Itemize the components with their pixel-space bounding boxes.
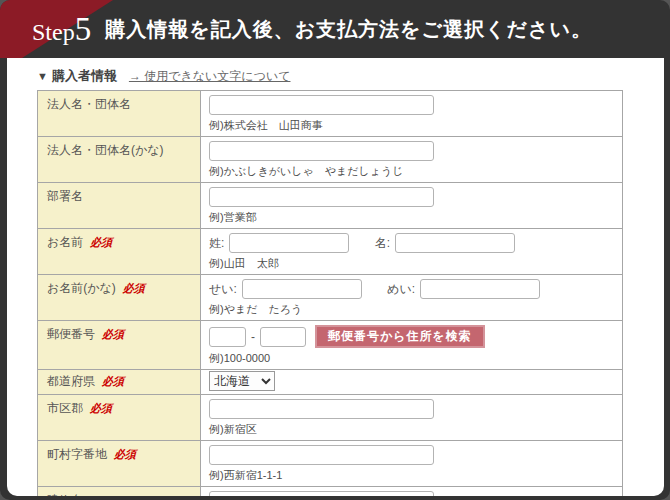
field-label: 市区郡: [47, 401, 83, 415]
field-example: 例)西新宿1-1-1: [209, 468, 614, 483]
form-row-street: 町村字番地必須 例)西新宿1-1-1: [38, 441, 623, 487]
field-input-cell: 例)西新宿マンション204: [201, 487, 623, 497]
field-label-cell: 法人名・団体名: [38, 91, 201, 137]
step-header: Step5 購入情報を記入後、お支払方法をご選択ください。: [0, 0, 670, 58]
page-title: 購入情報を記入後、お支払方法をご選択ください。: [105, 16, 592, 43]
form-row-department: 部署名 例)営業部: [38, 183, 623, 229]
first-name-label: 名:: [375, 236, 390, 250]
unusable-characters-link[interactable]: → 使用できない文字について: [129, 68, 291, 85]
postal-address-search-button[interactable]: 郵便番号から住所を検索: [315, 325, 485, 348]
field-example: 例)株式会社 山田商事: [209, 118, 614, 133]
field-input-cell: 例)営業部: [201, 183, 623, 229]
field-label: 郵便番号: [47, 327, 95, 341]
purchaser-info-table: 法人名・団体名 例)株式会社 山田商事 法人名・団体名(かな) 例)かぶしきがい…: [37, 90, 623, 496]
first-name-kana-input[interactable]: [420, 279, 540, 299]
section-header: ▼購入者情報 → 使用できない文字について: [37, 67, 664, 85]
field-label: お名前: [47, 235, 83, 249]
field-input-cell: 例)かぶしきがいしゃ やまだしょうじ: [201, 137, 623, 183]
form-row-postal-code: 郵便番号必須 -郵便番号から住所を検索 例)100-0000: [38, 321, 623, 370]
postal-code-input-2[interactable]: [260, 327, 306, 347]
field-example: 例)新宿区: [209, 422, 614, 437]
field-example: 例)かぶしきがいしゃ やまだしょうじ: [209, 164, 614, 179]
last-name-kana-label: せい:: [209, 282, 237, 296]
required-badge: 必須: [123, 282, 145, 294]
field-input-cell: せい: めい: 例)やまだ たろう: [201, 275, 623, 321]
field-label: 法人名・団体名: [47, 97, 131, 111]
field-input-cell: 北海道: [201, 370, 623, 395]
field-label-cell: 町村字番地必須: [38, 441, 201, 487]
building-name-input[interactable]: [209, 491, 434, 496]
field-input-cell: 例)西新宿1-1-1: [201, 441, 623, 487]
step-number: 5: [75, 11, 92, 47]
required-badge: 必須: [90, 402, 112, 414]
last-name-label: 姓:: [209, 236, 224, 250]
section-title-text: 購入者情報: [52, 68, 117, 83]
postal-code-input-1[interactable]: [209, 327, 246, 347]
field-label-cell: 郵便番号必須: [38, 321, 201, 370]
field-label: 法人名・団体名(かな): [47, 143, 164, 157]
field-input-cell: 例)新宿区: [201, 395, 623, 441]
field-input-cell: 姓: 名: 例)山田 太郎: [201, 229, 623, 275]
field-label-cell: お名前(かな)必須: [38, 275, 201, 321]
form-row-prefecture: 都道府県必須 北海道: [38, 370, 623, 395]
field-label-cell: お名前必須: [38, 229, 201, 275]
section-title: ▼購入者情報: [37, 67, 117, 85]
field-label-cell: 法人名・団体名(かな): [38, 137, 201, 183]
corporate-name-input[interactable]: [209, 95, 434, 115]
required-badge: 必須: [102, 375, 124, 387]
prefecture-select[interactable]: 北海道: [209, 371, 275, 391]
step-word: Step: [32, 19, 75, 45]
field-example: 例)やまだ たろう: [209, 302, 614, 317]
required-badge: 必須: [102, 328, 124, 340]
form-row-name-kana: お名前(かな)必須 せい: めい: 例)やまだ たろう: [38, 275, 623, 321]
first-name-input[interactable]: [395, 233, 515, 253]
field-example: 例)営業部: [209, 210, 614, 225]
street-address-input[interactable]: [209, 445, 434, 465]
city-input[interactable]: [209, 399, 434, 419]
form-row-corporate-name-kana: 法人名・団体名(かな) 例)かぶしきがいしゃ やまだしょうじ: [38, 137, 623, 183]
form-row-corporate-name: 法人名・団体名 例)株式会社 山田商事: [38, 91, 623, 137]
form-row-building: 建物名 例)西新宿マンション204: [38, 487, 623, 497]
field-example: 例)山田 太郎: [209, 256, 614, 271]
required-badge: 必須: [90, 236, 112, 248]
content-panel: ▼購入者情報 → 使用できない文字について 法人名・団体名 例)株式会社 山田商…: [7, 58, 664, 496]
field-label-cell: 部署名: [38, 183, 201, 229]
form-row-name: お名前必須 姓: 名: 例)山田 太郎: [38, 229, 623, 275]
field-input-cell: 例)株式会社 山田商事: [201, 91, 623, 137]
required-badge: 必須: [114, 448, 136, 460]
corporate-name-kana-input[interactable]: [209, 141, 434, 161]
field-label-cell: 市区郡必須: [38, 395, 201, 441]
form-row-city: 市区郡必須 例)新宿区: [38, 395, 623, 441]
field-label: 都道府県: [47, 374, 95, 388]
field-label: お名前(かな): [47, 281, 116, 295]
field-label: 建物名: [47, 493, 83, 496]
triangle-marker-icon: ▼: [37, 70, 48, 82]
last-name-kana-input[interactable]: [242, 279, 362, 299]
step-badge: Step5: [32, 13, 91, 46]
page: Step5 購入情報を記入後、お支払方法をご選択ください。 ▼購入者情報 → 使…: [0, 0, 670, 500]
field-input-cell: -郵便番号から住所を検索 例)100-0000: [201, 321, 623, 370]
field-label: 部署名: [47, 189, 83, 203]
first-name-kana-label: めい:: [387, 282, 415, 296]
field-example: 例)100-0000: [209, 351, 614, 366]
field-label-cell: 建物名: [38, 487, 201, 497]
last-name-input[interactable]: [229, 233, 349, 253]
field-label: 町村字番地: [47, 447, 107, 461]
separator: -: [251, 330, 255, 344]
field-label-cell: 都道府県必須: [38, 370, 201, 395]
department-input[interactable]: [209, 187, 434, 207]
